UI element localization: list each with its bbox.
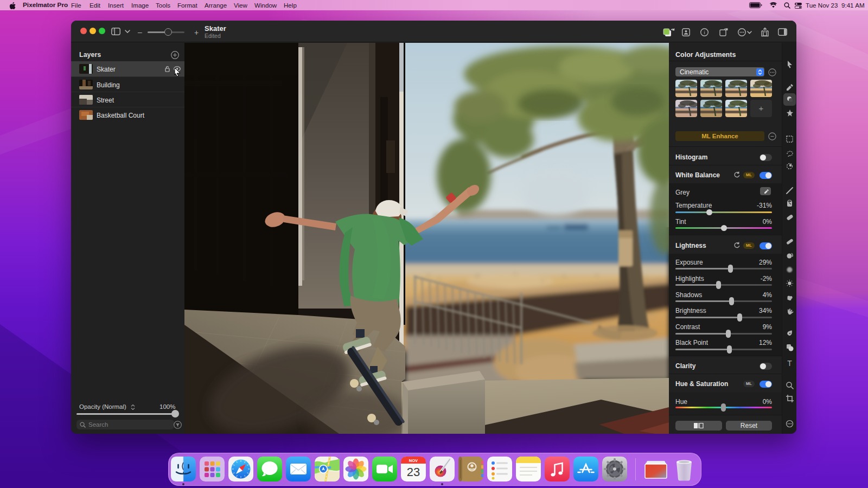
svg-text:NOV: NOV [409, 458, 418, 463]
svg-text:23: 23 [407, 465, 420, 479]
svg-text:i: i [704, 30, 705, 35]
svg-text:T: T [787, 359, 792, 368]
